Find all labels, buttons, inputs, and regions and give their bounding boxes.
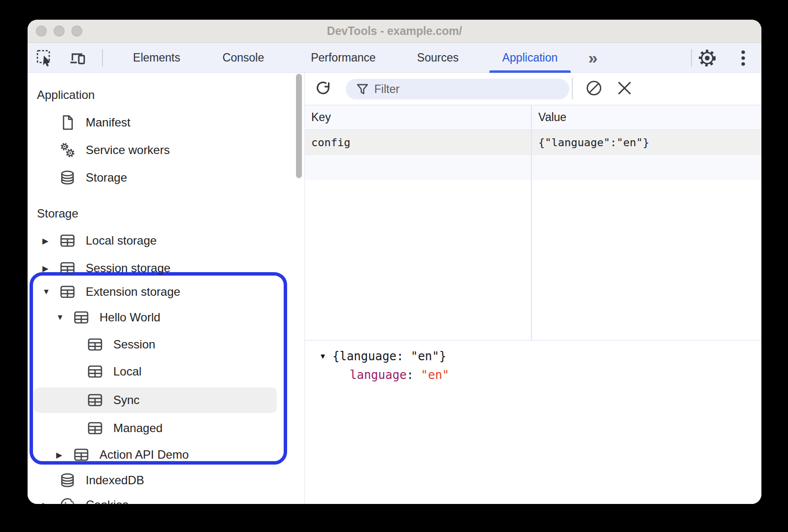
sidebar-item-label: Managed	[113, 421, 163, 435]
sidebar-item-manifest[interactable]: Manifest	[28, 110, 304, 135]
clear-all-icon[interactable]	[585, 79, 603, 97]
preview-property-separator: :	[407, 368, 421, 382]
chevron-down-icon[interactable]: ▼	[41, 287, 59, 296]
sidebar-item-label: Storage	[86, 171, 127, 185]
table-icon	[87, 392, 103, 408]
sidebar-item-hello-world[interactable]: ▼Hello World	[28, 305, 304, 330]
sidebar-item-cookies[interactable]: ▶Cookies	[28, 492, 304, 504]
filter-placeholder: Filter	[374, 83, 399, 96]
preview-object-row[interactable]: ▼ {language: "en"}	[305, 347, 761, 366]
column-header-value[interactable]: Value	[531, 111, 761, 124]
sidebar-item-indexeddb[interactable]: IndexedDB	[28, 468, 304, 493]
tab-elements[interactable]: Elements	[120, 43, 193, 73]
sidebar-item-extension-storage[interactable]: ▼Extension storage	[28, 279, 304, 305]
extension-storage-panel: Filter Key	[305, 73, 761, 504]
filter-funnel-icon	[356, 83, 369, 95]
tab-performance[interactable]: Performance	[298, 43, 389, 73]
cell-value[interactable]: {"language":"en"}	[531, 136, 761, 149]
table-icon	[87, 420, 103, 437]
table-row-config[interactable]: config{"language":"en"}	[305, 130, 761, 155]
sidebar-item-label: Action API Demo	[99, 448, 189, 462]
sidebar-item-session[interactable]: Session	[28, 332, 304, 357]
window-title: DevTools - example.com/	[28, 20, 761, 43]
inspect-element-icon[interactable]	[35, 48, 55, 68]
storage-toolbar: Filter	[305, 73, 761, 105]
refresh-icon[interactable]	[314, 79, 332, 97]
preview-object-summary: {language: "en"}	[332, 349, 446, 363]
value-preview-pane: ▼ {language: "en"} language: "en"	[305, 340, 761, 384]
sidebar-item-label: Cookies	[86, 498, 129, 504]
grid-body: config{"language":"en"}	[305, 130, 761, 155]
sidebar-item-label: IndexedDB	[86, 473, 144, 487]
chevron-right-icon[interactable]: ▶	[55, 450, 73, 460]
cell-key[interactable]: config	[305, 136, 531, 149]
table-icon	[73, 309, 90, 326]
table-icon	[59, 283, 76, 300]
tab-label: Application	[502, 51, 558, 64]
devtools-content: ApplicationManifestService workersStorag…	[28, 73, 761, 504]
sidebar-item-action-api-demo[interactable]: ▶Action API Demo	[28, 442, 304, 468]
sidebar-item-label: Manifest	[86, 116, 131, 129]
sidebar-item-label: Session storage	[86, 261, 170, 275]
sidebar-item-managed[interactable]: Managed	[28, 415, 304, 441]
table-icon	[59, 232, 76, 249]
chevron-right-icon[interactable]: ▶	[41, 236, 59, 246]
preview-property-value: "en"	[421, 368, 450, 382]
tab-label: Elements	[133, 51, 180, 64]
sidebar-item-label: Sync	[113, 393, 139, 407]
sidebar-item-label: Extension storage	[86, 285, 180, 299]
chevron-right-icon[interactable]: ▶	[41, 501, 59, 504]
preview-property-name: language	[350, 368, 407, 382]
chevron-down-icon[interactable]: ▼	[55, 313, 73, 322]
device-toolbar-icon[interactable]	[68, 48, 88, 68]
sidebar-item-sync[interactable]: Sync	[34, 387, 277, 413]
sidebar-item-service-workers[interactable]: Service workers	[28, 137, 304, 163]
tab-application[interactable]: Application	[490, 43, 571, 73]
tab-console[interactable]: Console	[210, 43, 277, 73]
devtools-window: DevTools - example.com/ ElementsConsoleP…	[28, 20, 761, 504]
column-header-key[interactable]: Key	[305, 111, 531, 124]
chevron-right-icon[interactable]: ▶	[41, 264, 59, 273]
settings-gear-icon[interactable]	[697, 48, 717, 68]
sidebar-item-session-storage[interactable]: ▶Session storage	[28, 255, 304, 281]
delete-selected-icon[interactable]	[616, 79, 633, 97]
tab-sources[interactable]: Sources	[404, 43, 471, 73]
document-icon	[59, 114, 76, 131]
grid-empty-area	[305, 180, 761, 340]
sidebar-item-label: Service workers	[86, 143, 170, 157]
table-icon	[59, 260, 76, 277]
sidebar-item-label: Local storage	[86, 234, 157, 248]
preview-expander-icon[interactable]: ▼	[319, 347, 327, 366]
tab-label: Sources	[417, 51, 459, 64]
more-tabs-icon[interactable]: »	[589, 43, 597, 73]
table-icon	[87, 363, 103, 380]
database-icon	[59, 169, 76, 186]
sidebar-item-label: Hello World	[99, 311, 161, 324]
gears-icon	[59, 142, 76, 158]
devtools-tab-bar: ElementsConsolePerformanceSourcesApplica…	[28, 43, 761, 73]
sidebar-item-storage[interactable]: Storage	[28, 165, 304, 190]
table-icon	[73, 446, 90, 463]
sidebar-section-application: Application	[28, 82, 304, 108]
tab-label: Performance	[311, 51, 376, 64]
tab-label: Console	[223, 51, 264, 64]
sidebar-item-local[interactable]: Local	[28, 359, 304, 384]
table-icon	[87, 336, 103, 353]
toolbar-divider	[572, 78, 573, 99]
grid-empty-stripe-row[interactable]	[305, 155, 761, 180]
cookie-icon	[59, 497, 76, 504]
sidebar-item-label: Session	[113, 338, 155, 351]
preview-property-row[interactable]: language: "en"	[305, 366, 761, 384]
kebab-menu-icon[interactable]	[733, 48, 753, 68]
title-bar: DevTools - example.com/	[28, 20, 761, 43]
grid-header-row: Key Value	[305, 105, 761, 130]
sidebar-section-storage: Storage	[28, 201, 304, 226]
application-sidebar: ApplicationManifestService workersStorag…	[28, 73, 305, 504]
filter-input[interactable]: Filter	[346, 79, 569, 99]
tabbar-divider	[102, 49, 103, 66]
column-resizer[interactable]	[531, 105, 532, 340]
sidebar-item-local-storage[interactable]: ▶Local storage	[28, 228, 304, 253]
database-icon	[59, 472, 76, 489]
sidebar-item-label: Local	[113, 365, 141, 378]
tabbar-divider-right	[691, 49, 692, 66]
